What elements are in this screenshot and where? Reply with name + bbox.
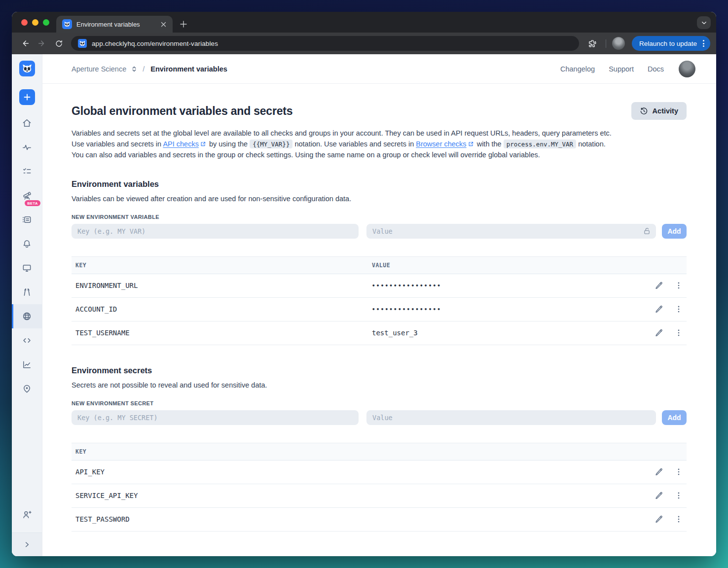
support-link[interactable]: Support [609,65,634,73]
api-checks-link[interactable]: API checks [163,140,199,148]
monitor-icon [22,263,32,273]
tab-strip: Environment variables [12,12,716,33]
address-bar[interactable]: app.checklyhq.com/environment-variables [71,36,579,51]
row-menu-icon[interactable] [673,466,685,478]
sidebar-item-dashboards[interactable] [12,256,42,280]
variable-value-input[interactable] [366,224,656,239]
browser-toolbar: app.checklyhq.com/environment-variables … [12,33,716,54]
pulse-icon [22,142,32,152]
sidebar-item-maintenance[interactable] [12,280,42,304]
browser-menu-icon[interactable] [701,40,706,47]
row-menu-icon[interactable] [673,280,685,291]
lock-open-icon[interactable] [643,227,651,237]
row-menu-icon[interactable] [673,513,685,525]
variable-key: ACCOUNT_ID [75,305,117,313]
minimize-window-button[interactable] [32,19,38,26]
sidebar-collapse-toggle[interactable] [12,532,42,556]
checkly-logo-icon[interactable] [19,61,35,76]
breadcrumb-page: Environment variables [150,65,227,73]
variable-key-input[interactable] [72,224,359,239]
sidebar-item-environments[interactable] [12,304,42,328]
breadcrumb-account[interactable]: Aperture Science [72,65,126,73]
docs-link[interactable]: Docs [648,65,664,73]
add-variable-button[interactable]: Add [662,224,687,239]
code-chip-my-var: {{MY_VAR}} [250,140,292,148]
table-row: ACCOUNT_ID •••••••••••••••• [72,298,687,321]
secrets-table: KEY API_KEY SERVICE_API_KEY [72,443,687,532]
browser-profile-avatar[interactable] [612,37,625,50]
browser-tab[interactable]: Environment variables [56,16,173,33]
intro-paragraph: Variables and secrets set at the global … [72,128,612,161]
table-row: TEST_USERNAME test_user_3 [72,321,687,345]
beta-badge: BETA [25,200,40,206]
sidebar-item-monitoring[interactable] [12,135,42,159]
edit-pencil-icon[interactable] [653,490,665,501]
close-window-button[interactable] [21,19,28,26]
row-menu-icon[interactable] [673,490,685,501]
extensions-puzzle-icon[interactable] [585,36,600,51]
back-button[interactable] [18,36,33,51]
url-text: app.checklyhq.com/environment-variables [92,40,218,47]
bell-icon [22,239,32,249]
secret-key: SERVICE_API_KEY [75,492,138,499]
page-content: Global environment variables and secrets… [42,84,716,556]
header-links: Changelog Support Docs [560,65,664,73]
forward-button[interactable] [35,36,49,51]
variables-table: KEY VALUE ENVIRONMENT_URL ••••••••••••••… [72,256,687,345]
app-sidebar: BETA [12,54,42,556]
sidebar-item-home[interactable] [12,111,42,135]
account-switcher-icon[interactable] [131,66,138,72]
new-variable-form: Add [72,224,687,239]
user-avatar[interactable] [679,61,695,77]
edit-pencil-icon[interactable] [653,466,665,478]
edit-pencil-icon[interactable] [653,513,665,525]
new-tab-button[interactable] [177,17,190,31]
activity-button[interactable]: Activity [631,102,687,120]
desktop-background: Environment variables [0,0,728,568]
table-row: TEST_PASSWORD [72,508,687,532]
row-menu-icon[interactable] [673,303,685,315]
zoom-window-button[interactable] [43,19,49,26]
external-link-icon [468,140,474,150]
variables-table-header: KEY VALUE [72,256,687,274]
tab-search-button[interactable] [697,16,711,29]
history-clock-icon [640,107,648,115]
sidebar-item-code[interactable] [12,328,42,353]
reload-button[interactable] [51,36,66,51]
breadcrumb-separator: / [143,65,145,73]
key-column-header: KEY [75,448,86,455]
new-secret-label: NEW ENVIRONMENT SECRET [72,400,687,406]
key-column-header: KEY [75,262,86,269]
edit-pencil-icon[interactable] [653,280,665,291]
code-icon [22,335,32,346]
sidebar-item-runners[interactable] [12,208,42,232]
sidebar-item-invite-user[interactable] [22,502,32,527]
variables-section-heading: Environment variables [72,179,687,189]
table-row: API_KEY [72,461,687,484]
create-new-button[interactable] [19,89,35,105]
tab-title: Environment variables [76,21,154,28]
sidebar-item-locations[interactable] [12,377,42,401]
value-column-header: VALUE [372,262,390,269]
relaunch-to-update-button[interactable]: Relaunch to update [632,36,710,51]
browser-checks-link[interactable]: Browser checks [416,140,466,148]
checkly-favicon-icon [62,19,72,29]
row-menu-icon[interactable] [673,327,685,339]
toolbar-divider [606,39,606,48]
sidebar-item-alerts[interactable] [12,232,42,256]
variable-key: ENVIRONMENT_URL [75,282,138,289]
sidebar-item-analytics[interactable] [12,353,42,377]
changelog-link[interactable]: Changelog [560,65,595,73]
tab-close-icon[interactable] [159,20,168,29]
sidebar-item-telescope-beta[interactable]: BETA [12,183,42,208]
activity-button-label: Activity [653,107,678,115]
edit-pencil-icon[interactable] [653,327,665,339]
app-main: Aperture Science / Environment variables… [42,54,716,556]
add-secret-button[interactable]: Add [662,410,687,425]
secret-value-input[interactable] [366,410,656,425]
secret-key-input[interactable] [72,410,359,425]
edit-pencil-icon[interactable] [653,303,665,315]
window-controls [12,12,56,33]
location-pin-icon [22,384,32,394]
sidebar-item-checks[interactable] [12,159,42,183]
